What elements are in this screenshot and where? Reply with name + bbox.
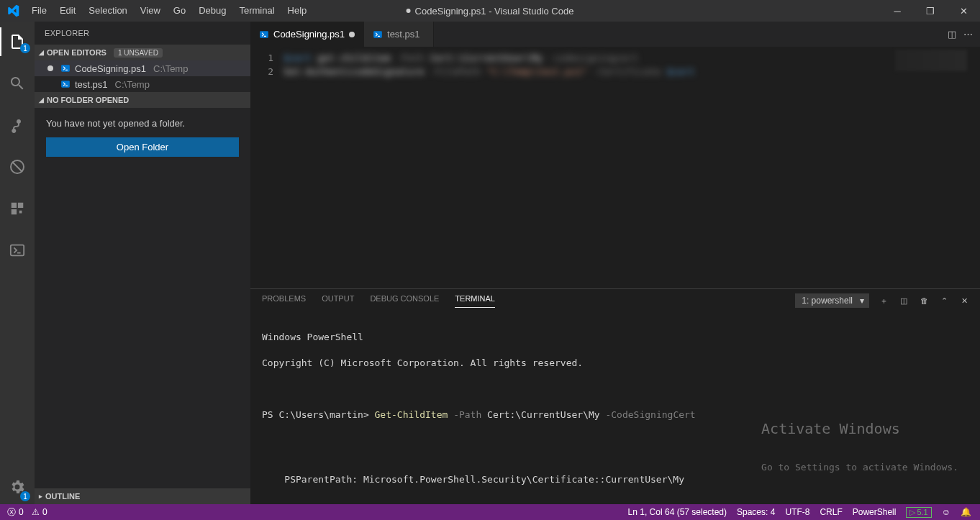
status-lncol[interactable]: Ln 1, Col 64 (57 selected) <box>628 507 727 517</box>
activity-debug[interactable] <box>0 152 35 181</box>
code-content: $cert get-childitem -Path Cert:\CurrentU… <box>283 47 694 288</box>
activity-bar: 1 1 <box>0 22 35 504</box>
menu-debug[interactable]: Debug <box>192 0 232 22</box>
minimize-button[interactable]: ─ <box>881 0 914 22</box>
sidebar: EXPLORER ◢ OPEN EDITORS 1 UNSAVED CodeSi… <box>35 22 250 504</box>
dirty-dot-icon <box>47 65 53 71</box>
title-bar: File Edit Selection View Go Debug Termin… <box>0 0 980 22</box>
status-errors[interactable]: ⓧ0 ⚠0 <box>7 506 47 519</box>
outline-header[interactable]: ▸ OUTLINE <box>35 488 250 504</box>
status-encoding[interactable]: UTF-8 <box>785 507 809 517</box>
line-gutter: 1 2 <box>250 47 283 288</box>
powershell-file-icon <box>60 63 71 73</box>
open-editor-item[interactable]: CodeSigning.ps1 C:\Temp <box>35 60 250 76</box>
nofolder-header[interactable]: ◢ NO FOLDER OPENED <box>35 92 250 108</box>
activity-explorer[interactable]: 1 <box>0 27 35 56</box>
sidebar-header: EXPLORER <box>35 22 250 45</box>
menu-view[interactable]: View <box>134 0 167 22</box>
terminal-output[interactable]: Windows PowerShell Copyright (C) Microso… <box>250 312 980 504</box>
activity-settings[interactable]: 1 <box>0 475 35 504</box>
maximize-button[interactable]: ❐ <box>914 0 947 22</box>
status-ps-version[interactable]: ▷5.1 <box>906 507 931 518</box>
window-title: CodeSigning.ps1 - Visual Studio Code <box>407 6 574 17</box>
status-language[interactable]: PowerShell <box>853 507 897 517</box>
more-icon[interactable]: ⋯ <box>963 29 973 40</box>
status-bar: ⓧ0 ⚠0 Ln 1, Col 64 (57 selected) Spaces:… <box>0 504 980 520</box>
powershell-file-icon <box>373 29 383 40</box>
tab-test[interactable]: test.ps1 <box>364 22 434 47</box>
code-editor[interactable]: 1 2 $cert get-childitem -Path Cert:\Curr… <box>250 47 980 288</box>
dirty-dot-icon <box>349 32 355 37</box>
activity-search[interactable] <box>0 69 35 98</box>
menu-selection[interactable]: Selection <box>82 0 133 22</box>
split-terminal-icon[interactable]: ◫ <box>898 296 909 306</box>
terminal-selector[interactable]: 1: powershell <box>795 293 869 308</box>
minimap[interactable] <box>895 50 967 71</box>
panel-tab-output[interactable]: OUTPUT <box>322 294 354 307</box>
windows-watermark: Activate Windows Go to Settings to activ… <box>761 396 958 500</box>
editor-area: CodeSigning.ps1 test.ps1 ◫ ⋯ 1 2 $cert g… <box>250 22 980 504</box>
panel-tab-terminal[interactable]: TERMINAL <box>455 294 495 308</box>
powershell-file-icon <box>259 29 269 40</box>
close-button[interactable]: ✕ <box>947 0 980 22</box>
menu-terminal[interactable]: Terminal <box>232 0 281 22</box>
close-panel-icon[interactable]: ✕ <box>958 296 970 306</box>
menu-go[interactable]: Go <box>167 0 192 22</box>
status-eol[interactable]: CRLF <box>820 507 842 517</box>
dirty-dot-icon <box>407 9 411 13</box>
menu-help[interactable]: Help <box>281 0 314 22</box>
panel-tab-debug[interactable]: DEBUG CONSOLE <box>370 294 439 307</box>
nofolder-body: You have not yet opened a folder. Open F… <box>35 108 250 167</box>
tab-codesigning[interactable]: CodeSigning.ps1 <box>250 22 364 47</box>
panel-tabs: PROBLEMS OUTPUT DEBUG CONSOLE TERMINAL 1… <box>250 289 980 312</box>
open-editor-item[interactable]: test.ps1 C:\Temp <box>35 76 250 92</box>
open-editors-header[interactable]: ◢ OPEN EDITORS 1 UNSAVED <box>35 45 250 60</box>
split-editor-icon[interactable]: ◫ <box>948 29 956 40</box>
vscode-logo-icon <box>0 4 25 17</box>
panel: PROBLEMS OUTPUT DEBUG CONSOLE TERMINAL 1… <box>250 288 980 504</box>
chevron-down-icon: ◢ <box>39 96 44 104</box>
svg-line-1 <box>12 162 22 172</box>
open-folder-button[interactable]: Open Folder <box>46 137 239 157</box>
menu-file[interactable]: File <box>25 0 53 22</box>
status-spaces[interactable]: Spaces: 4 <box>737 507 775 517</box>
status-bell-icon[interactable]: 🔔 <box>961 507 971 517</box>
kill-terminal-icon[interactable]: 🗑 <box>918 296 930 305</box>
powershell-file-icon <box>60 79 71 89</box>
new-terminal-icon[interactable]: ＋ <box>878 296 889 306</box>
maximize-panel-icon[interactable]: ⌃ <box>938 296 950 306</box>
menu-bar: File Edit Selection View Go Debug Termin… <box>25 0 313 22</box>
status-feedback-icon[interactable]: ☺ <box>942 507 950 517</box>
nofolder-message: You have not yet opened a folder. <box>46 118 239 129</box>
activity-scm[interactable] <box>0 111 35 140</box>
unsaved-badge: 1 UNSAVED <box>114 48 163 58</box>
window-controls: ─ ❐ ✕ <box>881 0 980 22</box>
activity-extensions[interactable] <box>0 194 35 223</box>
explorer-badge: 1 <box>20 43 30 53</box>
menu-edit[interactable]: Edit <box>53 0 82 22</box>
activity-powershell[interactable] <box>0 236 35 265</box>
panel-tab-problems[interactable]: PROBLEMS <box>262 294 306 307</box>
settings-badge: 1 <box>20 491 30 501</box>
chevron-down-icon: ◢ <box>39 49 44 56</box>
editor-tabs: CodeSigning.ps1 test.ps1 ◫ ⋯ <box>250 22 980 47</box>
chevron-right-icon: ▸ <box>39 493 42 500</box>
